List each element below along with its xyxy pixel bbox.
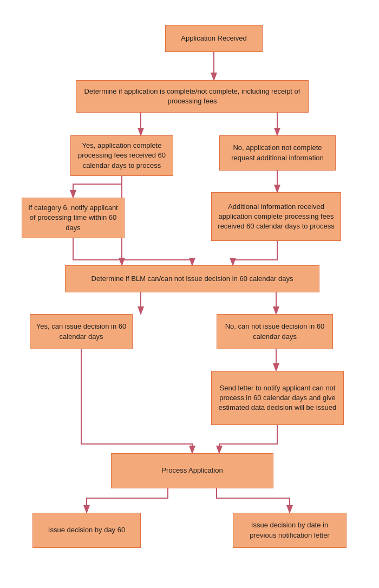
issue-day60-label: Issue decision by day 60 <box>48 525 125 535</box>
yes-issue-box: Yes, can issue decision in 60 calendar d… <box>30 314 133 349</box>
determine-complete-box: Determine if application is complete/not… <box>76 80 309 113</box>
no-complete-box: No, application not complete request add… <box>219 135 336 171</box>
determine-blm-label: Determine if BLM can/can not issue decis… <box>92 274 293 284</box>
issue-day60-box: Issue decision by day 60 <box>32 513 141 548</box>
yes-issue-label: Yes, can issue decision in 60 calendar d… <box>36 322 127 341</box>
determine-blm-box: Determine if BLM can/can not issue decis… <box>65 265 319 292</box>
determine-complete-label: Determine if application is complete/not… <box>82 87 303 106</box>
process-app-label: Process Application <box>161 466 223 475</box>
send-letter-box: Send letter to notify applicant can not … <box>211 371 344 425</box>
no-complete-label: No, application not complete request add… <box>225 143 330 162</box>
cat6-notify-label: If category 6, notify applicant of proce… <box>28 203 119 233</box>
app-received-label: Application Received <box>181 34 246 43</box>
issue-date-label: Issue decision by date in previous notif… <box>239 520 341 540</box>
yes-complete-box: Yes, application complete processing fee… <box>70 135 173 176</box>
no-issue-box: No, can not issue decision in 60 calenda… <box>217 314 333 349</box>
flowchart: Application Received Determine if applic… <box>0 0 379 588</box>
process-app-box: Process Application <box>111 453 273 488</box>
send-letter-label: Send letter to notify applicant can not … <box>217 383 338 413</box>
yes-complete-label: Yes, application complete processing fee… <box>76 141 167 171</box>
additional-info-label: Additional information received applicat… <box>217 202 335 232</box>
app-received-box: Application Received <box>165 25 263 52</box>
no-issue-label: No, can not issue decision in 60 calenda… <box>223 322 327 341</box>
issue-date-box: Issue decision by date in previous notif… <box>233 513 347 548</box>
additional-info-box: Additional information received applicat… <box>211 192 341 241</box>
cat6-notify-box: If category 6, notify applicant of proce… <box>22 198 125 238</box>
